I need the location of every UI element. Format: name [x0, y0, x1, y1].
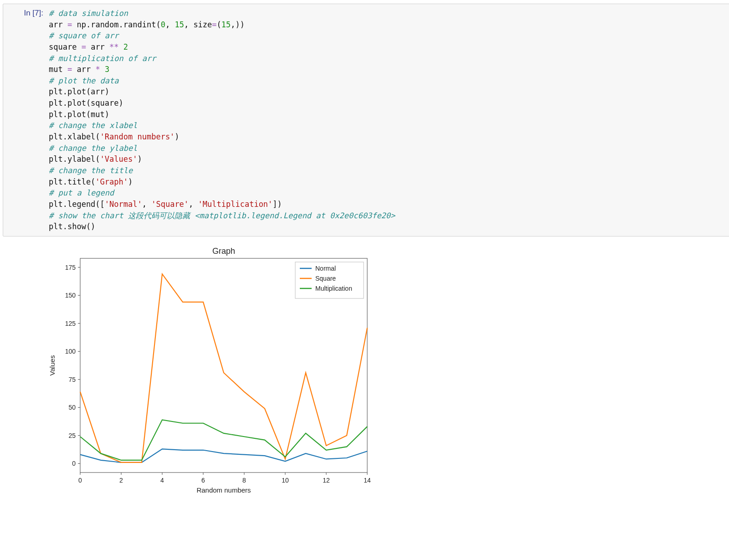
svg-text:6: 6 [201, 477, 205, 484]
svg-text:125: 125 [65, 320, 76, 327]
svg-text:75: 75 [68, 376, 76, 383]
output-area: 025507510012515017502468101214Random num… [43, 245, 729, 502]
svg-text:100: 100 [65, 348, 76, 355]
code-editor[interactable]: # data simulation arr = np.random.randin… [47, 7, 729, 233]
svg-text:10: 10 [282, 477, 289, 484]
svg-text:0: 0 [72, 460, 76, 467]
svg-text:2: 2 [119, 477, 123, 484]
svg-text:Square: Square [315, 275, 336, 282]
svg-text:Random numbers: Random numbers [196, 486, 251, 494]
svg-text:175: 175 [65, 263, 76, 271]
svg-text:Graph: Graph [212, 247, 235, 256]
code-cell[interactable]: In [7]: # data simulation arr = np.rando… [3, 4, 729, 236]
matplotlib-chart: 025507510012515017502468101214Random num… [43, 245, 389, 500]
svg-text:0: 0 [78, 477, 82, 484]
svg-text:25: 25 [68, 432, 76, 439]
svg-text:Normal: Normal [315, 265, 336, 272]
svg-text:12: 12 [323, 477, 330, 484]
svg-text:50: 50 [68, 404, 76, 411]
svg-text:Multiplication: Multiplication [315, 285, 352, 292]
cell-prompt: In [7]: [3, 7, 47, 18]
svg-text:150: 150 [65, 292, 76, 299]
svg-text:14: 14 [364, 477, 371, 484]
svg-text:4: 4 [160, 477, 164, 484]
svg-text:Values: Values [48, 355, 56, 375]
svg-text:8: 8 [242, 477, 246, 484]
